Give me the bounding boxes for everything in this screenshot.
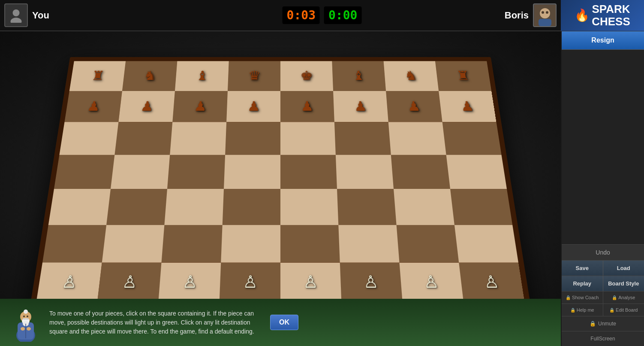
square-3-3[interactable]	[224, 155, 280, 189]
load-button[interactable]: Load	[603, 261, 644, 276]
square-0-6[interactable]: ♞	[384, 61, 439, 91]
show-coach-button[interactable]: 🔒 Show Coach	[562, 291, 603, 304]
square-6-7[interactable]: ♙	[459, 262, 524, 302]
square-5-4[interactable]	[280, 225, 340, 262]
square-2-5[interactable]	[334, 122, 391, 155]
piece-1-6[interactable]: ♟	[406, 98, 421, 114]
square-6-3[interactable]: ♙	[220, 262, 280, 302]
svg-point-5	[542, 11, 544, 14]
replay-button[interactable]: Replay	[562, 276, 603, 291]
square-3-5[interactable]	[336, 155, 394, 189]
chess-board-container: ♜♞♝♛♚♝♞♜♟♟♟♟♟♟♟♟♙♙♙♙♙♙♙♙♖♘♗♕♔♗♘♖	[49, 39, 512, 339]
piece-0-5[interactable]: ♝	[352, 68, 366, 83]
square-1-7[interactable]: ♟	[439, 91, 496, 122]
square-0-5[interactable]: ♝	[332, 61, 386, 91]
save-button[interactable]: Save	[562, 261, 603, 276]
square-2-0[interactable]	[60, 122, 119, 155]
piece-1-4[interactable]: ♟	[301, 98, 314, 114]
person-icon	[9, 8, 24, 23]
undo-button[interactable]: Undo	[562, 244, 644, 260]
square-4-1[interactable]	[106, 189, 167, 225]
piece-6-3[interactable]: ♙	[243, 272, 258, 292]
square-6-6[interactable]: ♙	[399, 262, 463, 302]
square-1-6[interactable]: ♟	[386, 91, 442, 122]
square-6-4[interactable]: ♙	[280, 262, 341, 302]
piece-1-7[interactable]: ♟	[460, 98, 475, 114]
edit-board-button[interactable]: 🔒 Edit Board	[603, 304, 644, 316]
piece-0-3[interactable]: ♛	[248, 68, 261, 83]
square-3-7[interactable]	[446, 155, 507, 189]
ok-button[interactable]: OK	[270, 315, 298, 330]
square-0-1[interactable]: ♞	[122, 61, 177, 91]
square-5-6[interactable]	[397, 225, 459, 262]
piece-6-5[interactable]: ♙	[363, 272, 379, 292]
square-1-2[interactable]: ♟	[172, 91, 228, 122]
square-5-5[interactable]	[338, 225, 399, 262]
piece-0-1[interactable]: ♞	[143, 68, 157, 83]
square-0-4[interactable]: ♚	[280, 61, 333, 91]
sidebar-spacer	[562, 50, 644, 244]
piece-6-6[interactable]: ♙	[423, 272, 439, 292]
square-4-2[interactable]	[164, 189, 224, 225]
square-2-1[interactable]	[114, 122, 172, 155]
square-1-5[interactable]: ♟	[333, 91, 388, 122]
square-2-3[interactable]	[225, 122, 280, 155]
svg-point-18	[27, 327, 31, 331]
square-1-3[interactable]: ♟	[226, 91, 280, 122]
square-6-0[interactable]: ♙	[36, 262, 102, 302]
square-2-7[interactable]	[442, 122, 502, 155]
square-1-0[interactable]: ♟	[64, 91, 122, 122]
square-3-4[interactable]	[280, 155, 337, 189]
piece-1-3[interactable]: ♟	[247, 98, 260, 114]
square-0-2[interactable]: ♝	[175, 61, 229, 91]
piece-0-2[interactable]: ♝	[196, 68, 209, 83]
spark-chess-logo: 🔥 SPARK CHESS	[561, 0, 644, 31]
square-3-1[interactable]	[111, 155, 170, 189]
piece-6-2[interactable]: ♙	[182, 272, 198, 292]
piece-0-6[interactable]: ♞	[404, 68, 418, 83]
square-3-0[interactable]	[54, 155, 114, 189]
square-4-0[interactable]	[48, 189, 111, 225]
square-0-7[interactable]: ♜	[435, 61, 491, 91]
piece-6-0[interactable]: ♙	[61, 272, 78, 292]
square-0-3[interactable]: ♛	[228, 61, 280, 91]
square-1-1[interactable]: ♟	[118, 91, 175, 122]
resign-button[interactable]: Resign	[562, 31, 644, 50]
square-3-2[interactable]	[167, 155, 225, 189]
square-4-5[interactable]	[337, 189, 397, 225]
square-2-4[interactable]	[280, 122, 336, 155]
square-3-6[interactable]	[391, 155, 450, 189]
piece-1-5[interactable]: ♟	[354, 98, 367, 114]
square-1-4[interactable]: ♟	[280, 91, 334, 122]
square-5-3[interactable]	[221, 225, 280, 262]
square-4-3[interactable]	[223, 189, 280, 225]
piece-1-0[interactable]: ♟	[86, 98, 101, 114]
square-6-5[interactable]: ♙	[340, 262, 403, 302]
square-0-0[interactable]: ♜	[69, 61, 126, 91]
square-6-2[interactable]: ♙	[158, 262, 221, 302]
piece-0-7[interactable]: ♜	[456, 68, 470, 83]
piece-0-0[interactable]: ♜	[90, 68, 105, 83]
square-4-6[interactable]	[394, 189, 454, 225]
unmute-button[interactable]: 🔒 Unmute	[562, 316, 644, 331]
square-5-7[interactable]	[454, 225, 518, 262]
square-4-4[interactable]	[280, 189, 338, 225]
piece-1-1[interactable]: ♟	[140, 98, 154, 114]
piece-6-1[interactable]: ♙	[121, 272, 138, 292]
piece-6-4[interactable]: ♙	[303, 272, 318, 292]
square-5-1[interactable]	[102, 225, 165, 262]
square-2-2[interactable]	[170, 122, 226, 155]
square-6-1[interactable]: ♙	[97, 262, 162, 302]
piece-0-4[interactable]: ♚	[300, 68, 313, 83]
header: You 0:03 0:00 Boris 🔥 SPARK CHESS	[0, 0, 644, 31]
analyse-button[interactable]: 🔒 Analyse	[603, 291, 644, 304]
square-4-7[interactable]	[450, 189, 512, 225]
help-me-button[interactable]: 🔒 Help me	[562, 304, 603, 316]
board-style-button[interactable]: Board Style	[603, 276, 644, 291]
piece-1-2[interactable]: ♟	[193, 98, 207, 114]
square-5-0[interactable]	[42, 225, 106, 262]
square-2-6[interactable]	[388, 122, 446, 155]
square-5-2[interactable]	[162, 225, 223, 262]
fullscreen-button[interactable]: FullScreen	[562, 331, 644, 346]
piece-6-7[interactable]: ♙	[483, 272, 500, 292]
